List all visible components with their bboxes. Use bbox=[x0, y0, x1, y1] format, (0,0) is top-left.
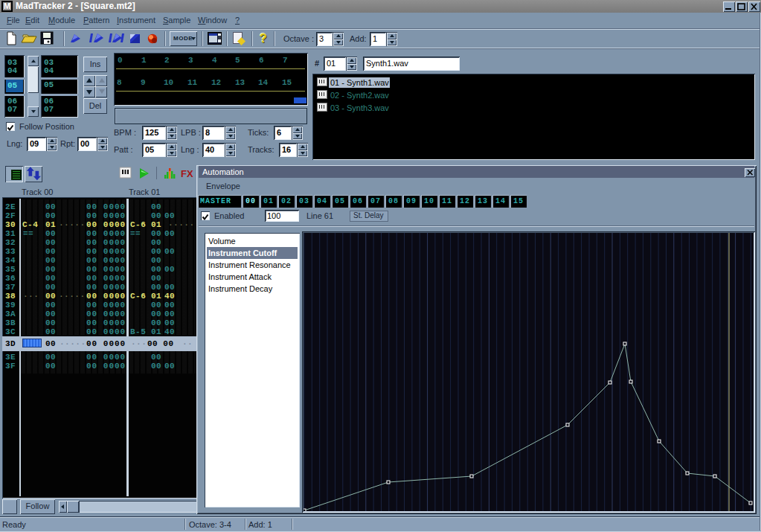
svg-text:FX: FX bbox=[181, 168, 193, 179]
